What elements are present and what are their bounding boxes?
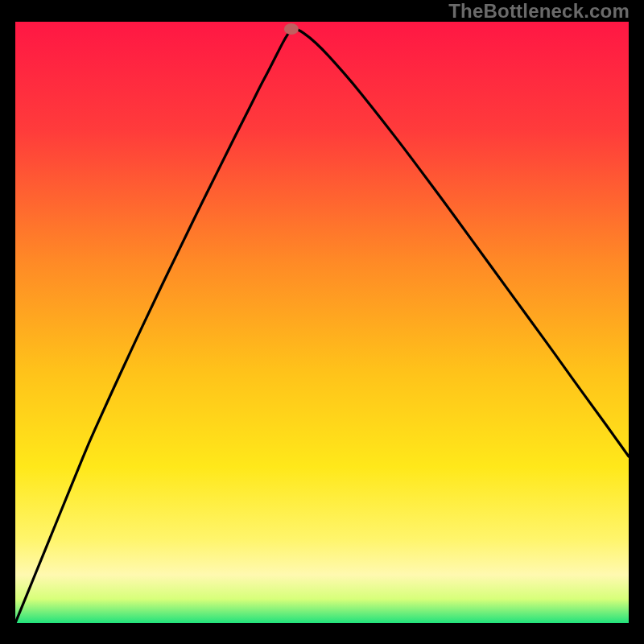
plot-area [15,22,629,623]
watermark-label: TheBottleneck.com [448,0,630,23]
gradient-background [15,22,629,623]
optimum-marker [284,23,299,35]
chart-svg [15,22,629,623]
black-frame: TheBottleneck.com [0,0,644,644]
